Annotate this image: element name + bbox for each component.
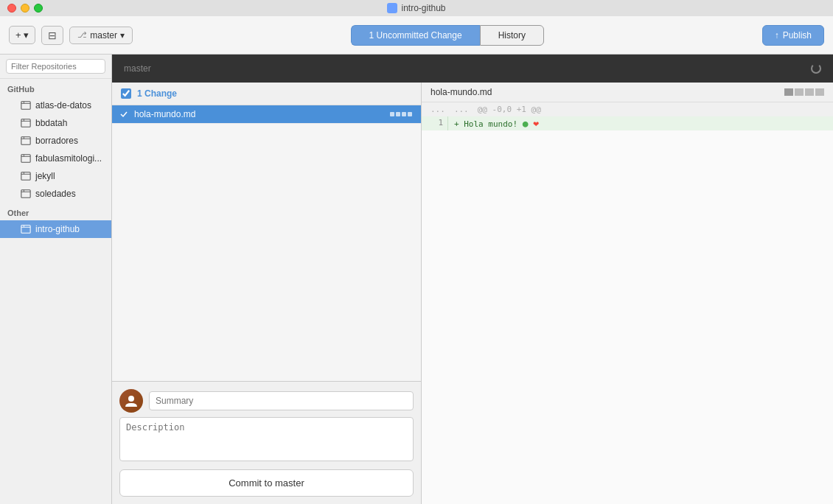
diff-view-btn-4[interactable] <box>815 88 824 96</box>
repo-icon <box>21 224 31 234</box>
tab-history[interactable]: History <box>480 25 544 46</box>
changes-header: 1 Change <box>112 83 421 105</box>
diff-view-options <box>784 88 824 96</box>
change-filename: hola-mundo.md <box>134 109 384 119</box>
repo-name: soledades <box>35 189 76 199</box>
commit-area: Commit to master <box>112 381 421 504</box>
changes-list: hola-mundo.md <box>112 105 421 381</box>
diff-view-btn-3[interactable] <box>805 88 814 96</box>
diff-line-number: 1 <box>422 116 448 130</box>
repo-icon <box>21 100 31 111</box>
diff-content: ... ... @@ -0,0 +1 @@ 1 + Hola mundo! ● … <box>422 102 833 504</box>
close-button[interactable] <box>7 4 16 13</box>
repo-icon <box>21 136 31 146</box>
repo-name: borradores <box>35 136 78 146</box>
action-dot-4 <box>408 112 412 116</box>
window-title: intro-github <box>387 3 445 13</box>
diff-view-btn-1[interactable] <box>784 88 793 96</box>
repo-name: atlas-de-datos <box>35 100 91 111</box>
action-dot-2 <box>396 112 400 116</box>
toolbar-left: + ▾ ⊟ ⎇ master ▾ <box>9 26 133 45</box>
repo-icon <box>21 118 31 128</box>
diff-meta-hunk: @@ -0,0 +1 @@ <box>478 105 541 114</box>
repo-name: fabulasmitologi... <box>35 153 102 164</box>
sidebar-item-atlas-de-datos[interactable]: atlas-de-datos <box>0 97 111 114</box>
svg-rect-12 <box>21 172 30 181</box>
repo-icon <box>21 171 31 181</box>
minimize-button[interactable] <box>21 4 29 13</box>
publish-button[interactable]: ↑ Publish <box>762 25 824 46</box>
changes-count: 1 Change <box>137 88 177 99</box>
toolbar-right: ↑ Publish <box>762 25 824 46</box>
sidebar-filter <box>0 55 111 79</box>
loading-spinner <box>811 63 821 74</box>
commit-description-textarea[interactable] <box>119 417 414 461</box>
diff-meta-dots-left: ... <box>431 105 445 114</box>
avatar <box>119 389 143 413</box>
file-check-icon <box>119 110 128 119</box>
toolbar: + ▾ ⊟ ⎇ master ▾ 1 Uncommitted Change Hi… <box>0 16 833 55</box>
svg-rect-18 <box>21 225 30 234</box>
traffic-lights <box>7 4 43 13</box>
diff-filename: hola-mundo.md <box>431 87 492 97</box>
app-icon <box>387 3 397 13</box>
diff-add-text: Hola mundo! <box>464 119 522 129</box>
svg-rect-6 <box>21 137 30 145</box>
diff-header: hola-mundo.md <box>422 83 833 102</box>
diff-panel: hola-mundo.md ... ... @@ -0,0 <box>422 83 833 504</box>
github-section-label: GitHub <box>0 79 111 97</box>
diff-view-btn-2[interactable] <box>795 88 804 96</box>
select-all-changes-checkbox[interactable] <box>121 88 131 99</box>
sidebar-item-soledades[interactable]: soledades <box>0 185 111 203</box>
avatar-person-icon <box>124 393 139 408</box>
change-item-actions <box>390 112 412 116</box>
diff-line-content: + Hola mundo! ● ❤ <box>448 116 833 130</box>
repo-name: bbdatah <box>35 118 67 128</box>
repo-name: jekyll <box>35 171 55 181</box>
sidebar-item-bbdatah[interactable]: bbdatah <box>0 114 111 132</box>
sidebar-item-borradores[interactable]: borradores <box>0 132 111 150</box>
changes-diff-area: 1 Change hola-mundo.md <box>112 83 833 504</box>
commit-summary-input[interactable] <box>149 391 414 410</box>
svg-rect-0 <box>21 102 30 110</box>
action-dot-3 <box>402 112 406 116</box>
add-button[interactable]: + ▾ <box>9 26 35 44</box>
svg-rect-9 <box>21 155 30 163</box>
filter-repositories-input[interactable] <box>6 59 105 74</box>
main-layout: GitHub atlas-de-datos bbdatah bor <box>0 55 833 504</box>
branch-selector[interactable]: ⎇ master ▾ <box>69 27 133 44</box>
emoji-red-heart: ❤ <box>533 118 539 129</box>
branch-header: master <box>112 55 833 83</box>
emoji-green-circle: ● <box>523 118 529 129</box>
sidebar-item-jekyll[interactable]: jekyll <box>0 167 111 185</box>
diff-add-prefix: + <box>454 119 459 129</box>
other-section-label: Other <box>0 203 111 220</box>
repo-icon <box>21 189 31 199</box>
svg-point-21 <box>128 396 134 402</box>
tab-group: 1 Uncommitted Change History <box>139 25 756 46</box>
maximize-button[interactable] <box>34 4 43 13</box>
tab-uncommitted[interactable]: 1 Uncommitted Change <box>351 25 480 46</box>
svg-rect-3 <box>21 119 30 127</box>
titlebar: intro-github <box>0 0 833 16</box>
commit-to-master-button[interactable]: Commit to master <box>119 469 414 497</box>
repo-icon <box>21 153 31 164</box>
diff-added-line: 1 + Hola mundo! ● ❤ <box>422 116 833 130</box>
branch-icon: ⎇ <box>77 30 87 40</box>
change-item-hola-mundo[interactable]: hola-mundo.md <box>112 105 421 124</box>
diff-meta-line: ... ... @@ -0,0 +1 @@ <box>422 102 833 116</box>
avatar-image <box>119 389 143 413</box>
svg-rect-15 <box>21 190 30 198</box>
changes-panel: 1 Change hola-mundo.md <box>112 83 422 504</box>
repo-name: intro-github <box>35 224 80 234</box>
branch-name-label: master <box>124 63 151 74</box>
publish-icon: ↑ <box>775 30 779 41</box>
sidebar-item-intro-github[interactable]: intro-github <box>0 220 111 238</box>
sidebar: GitHub atlas-de-datos bbdatah bor <box>0 55 112 504</box>
sidebar-item-fabulasmitologi[interactable]: fabulasmitologi... <box>0 150 111 167</box>
content-area: master 1 Change hola-mundo.md <box>112 55 833 504</box>
action-dot-1 <box>390 112 394 116</box>
diff-meta-dots-right: ... <box>454 105 469 114</box>
sidebar-toggle-button[interactable]: ⊟ <box>41 26 63 45</box>
commit-top <box>119 389 414 413</box>
